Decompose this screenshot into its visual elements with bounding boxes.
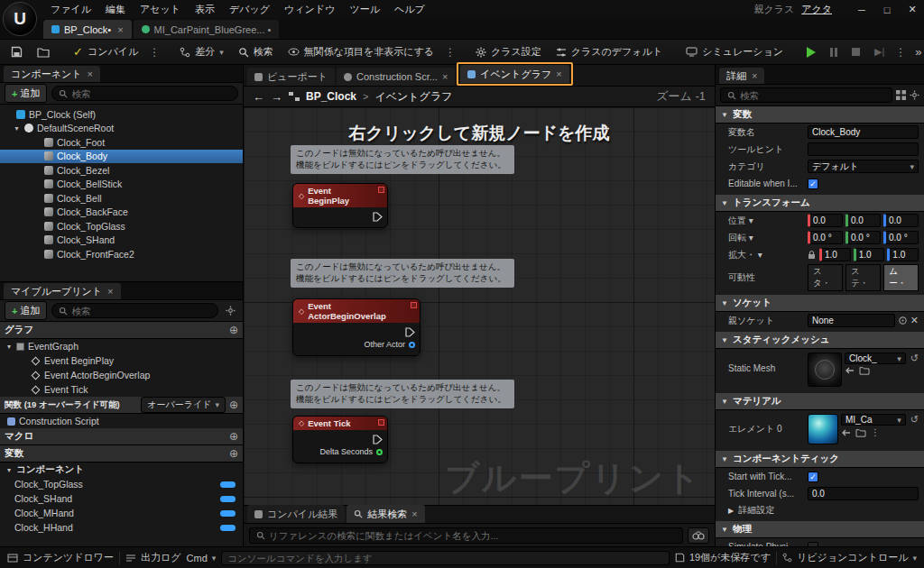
expand-arrow-icon[interactable]: ▾ (5, 343, 13, 351)
material-thumbnail[interactable] (808, 414, 838, 444)
menu-item[interactable]: ツール (342, 1, 387, 18)
class-settings-button[interactable]: クラス設定 (470, 42, 547, 61)
section-variable[interactable]: ▼ 変数 (716, 106, 924, 124)
menu-item[interactable]: 表示 (188, 1, 222, 18)
section-component-tick[interactable]: ▼ コンポーネントティック (716, 451, 924, 468)
close-tab-icon[interactable]: × (117, 24, 123, 35)
toolbar-overflow-button[interactable]: » (915, 45, 921, 59)
menu-item[interactable]: デバッグ (222, 1, 277, 18)
static-mesh-thumbnail[interactable] (808, 353, 842, 387)
variables-section-header[interactable]: 変数 ⊕ (0, 445, 243, 463)
rotation-y-field[interactable]: 0.0 ° (845, 231, 881, 244)
rotation-z-field[interactable]: 0.0 ° (883, 231, 919, 244)
section-socket[interactable]: ▼ ソケット (716, 295, 924, 312)
close-icon[interactable]: × (107, 286, 113, 297)
browse-to-asset-icon[interactable] (859, 366, 870, 375)
maximize-button[interactable]: □ (875, 5, 899, 15)
console-command-input[interactable] (221, 551, 670, 565)
reset-property-icon[interactable]: ↺ (910, 414, 919, 426)
tab-viewport[interactable]: ビューポート (247, 68, 335, 86)
breadcrumb-current[interactable]: イベントグラフ (374, 89, 452, 105)
menu-item[interactable]: ヘルプ (387, 1, 432, 18)
tooltip-field[interactable] (808, 142, 919, 156)
parent-socket-field[interactable]: None (808, 314, 895, 327)
graph-list-item[interactable]: Event ActorBeginOverlap (0, 368, 243, 382)
tab-construction-script[interactable]: Construction Scr... × (337, 68, 455, 86)
hide-options-button[interactable]: ⋮ (443, 46, 457, 59)
stop-button[interactable] (846, 45, 865, 59)
delegate-pin[interactable] (411, 302, 417, 308)
advanced-settings-expander[interactable]: ▶ 詳細設定 (716, 502, 924, 518)
exec-pin[interactable] (373, 435, 383, 444)
cmd-dropdown[interactable]: Cmd ▾ (187, 553, 217, 563)
node-event-beginplay[interactable]: ◇ Event BeginPlay (292, 183, 388, 228)
frame-skip-button[interactable]: ▶| (869, 43, 890, 60)
add-component-button[interactable]: + 追加 (5, 84, 47, 103)
expand-arrow-icon[interactable]: ▾ (13, 124, 21, 133)
unreal-logo-icon[interactable]: U (3, 2, 37, 36)
delegate-pin[interactable] (378, 187, 384, 193)
find-in-blueprints-button[interactable] (688, 527, 709, 544)
asset-tab-mi-carpaint[interactable]: MI_CarPaint_BlueGree... • (134, 20, 280, 39)
add-blueprint-item-button[interactable]: + 追加 (5, 301, 47, 320)
class-defaults-button[interactable]: クラスのデフォルト (550, 42, 668, 61)
component-tree-item[interactable]: Clock_Body (0, 150, 243, 164)
float-pin[interactable] (376, 449, 383, 455)
close-icon[interactable]: × (556, 69, 561, 79)
close-icon[interactable]: × (752, 70, 757, 81)
variable-list-item[interactable]: Clock_MHand (0, 506, 243, 520)
component-tree-item[interactable]: Clock_SHand (0, 234, 243, 248)
section-materials[interactable]: ▼ マテリアル (716, 393, 924, 410)
component-tree-item[interactable]: Clock_Bezel (0, 163, 243, 178)
variable-list-item[interactable]: Clock_TopGlass (0, 477, 243, 491)
menu-item[interactable]: アセット (133, 1, 188, 18)
tick-interval-field[interactable]: 0.0 (808, 487, 919, 500)
function-list-item[interactable]: Construction Script (0, 414, 243, 428)
scale-dropdown[interactable]: 拡大・ ▾ (728, 249, 804, 261)
node-event-actorbeginoverlap[interactable]: ◇ Event ActorBeginOverlap Other Actor (292, 298, 420, 356)
graphs-section-header[interactable]: グラフ ⊕ (0, 322, 243, 339)
back-arrow-icon[interactable]: ← (253, 90, 264, 104)
menu-item[interactable]: ファイル (43, 1, 98, 18)
add-macro-icon[interactable]: ⊕ (229, 430, 238, 443)
rotation-dropdown[interactable]: 回転 ▾ (728, 232, 804, 244)
details-search-input[interactable] (740, 90, 885, 101)
find-button[interactable]: 検索 (233, 42, 279, 61)
add-variable-icon[interactable]: ⊕ (229, 447, 238, 460)
start-tick-checkbox[interactable]: ✓ (808, 472, 818, 482)
reference-search-input[interactable] (269, 530, 676, 541)
tab-components[interactable]: コンポーネント × (4, 66, 100, 82)
editable-checkbox[interactable]: ✓ (808, 179, 818, 189)
save-button[interactable] (5, 43, 28, 60)
minimize-button[interactable]: ─ (850, 5, 873, 15)
tab-compile-results[interactable]: コンパイル結果 (247, 505, 345, 523)
rotation-x-field[interactable]: 0.0 ° (808, 231, 843, 244)
location-z-field[interactable]: 0.0 (883, 214, 919, 227)
menu-item[interactable]: ウィンドウ (277, 1, 342, 18)
macros-section-header[interactable]: マクロ ⊕ (0, 428, 243, 445)
menu-item[interactable]: 編集 (98, 1, 133, 18)
blueprint-settings-button[interactable] (223, 306, 238, 316)
play-options-button[interactable]: ⋮ (893, 46, 908, 59)
clear-socket-icon[interactable]: ✕ (910, 315, 919, 326)
forward-arrow-icon[interactable]: → (271, 90, 282, 104)
more-options-icon[interactable]: ⋮ (871, 427, 880, 437)
actor-pin[interactable] (409, 342, 415, 348)
socket-picker-icon[interactable] (898, 316, 908, 325)
details-view-options-button[interactable] (896, 90, 906, 100)
components-search-input[interactable] (71, 88, 231, 99)
location-dropdown[interactable]: 位置 ▾ (728, 215, 804, 227)
close-button[interactable]: ✕ (901, 4, 924, 15)
lock-icon[interactable] (808, 250, 816, 260)
scale-z-field[interactable]: 1.0 (887, 248, 919, 261)
section-static-mesh[interactable]: ▼ スタティックメッシュ (716, 332, 924, 349)
output-log-button[interactable]: 出力ログ (125, 551, 181, 564)
pause-button[interactable] (825, 45, 843, 60)
component-tree-item[interactable]: Clock_FrontFace2 (0, 247, 243, 261)
tab-event-graph[interactable]: イベントグラフ × (460, 65, 568, 83)
tab-my-blueprint[interactable]: マイブループリント × (4, 283, 121, 299)
material-dropdown[interactable]: MI_Ca▾ (841, 414, 906, 426)
reference-search[interactable] (249, 527, 683, 544)
close-icon[interactable]: × (88, 69, 93, 79)
details-search[interactable] (720, 87, 892, 103)
